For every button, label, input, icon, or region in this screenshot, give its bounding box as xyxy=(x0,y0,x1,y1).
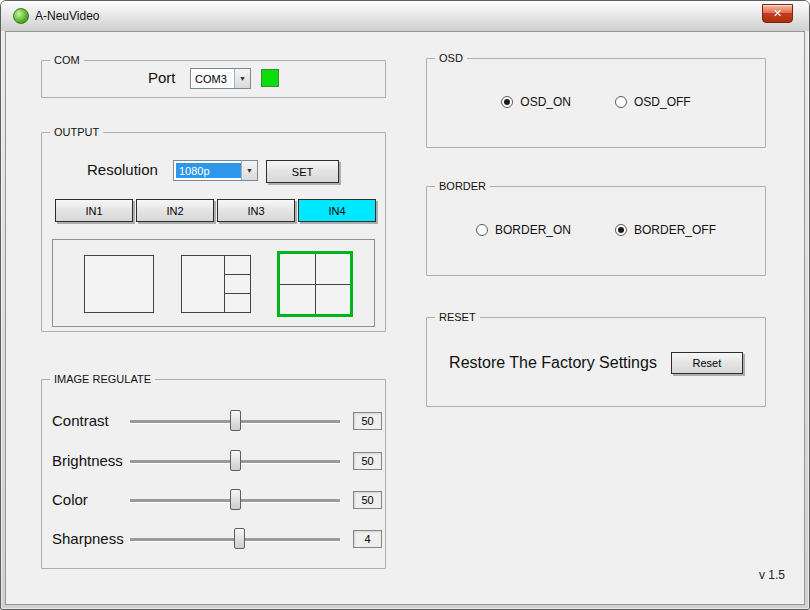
border-off-option[interactable]: BORDER_OFF xyxy=(615,223,716,237)
reset-group-label: RESET xyxy=(435,310,480,324)
com-group-label: COM xyxy=(50,53,84,67)
layout-single-preview[interactable] xyxy=(84,255,154,313)
border-group: BORDER BORDER_ON BORDER_OFF xyxy=(426,186,766,276)
chevron-down-icon[interactable]: ▼ xyxy=(234,69,250,88)
window-title: A-NeuVideo xyxy=(35,9,100,23)
resolution-label: Resolution xyxy=(87,161,158,178)
reset-row: Restore The Factory Settings Reset xyxy=(427,352,765,374)
quad-divider-line xyxy=(280,284,350,285)
sharpness-label: Sharpness xyxy=(52,530,124,547)
contrast-slider-thumb[interactable] xyxy=(230,410,241,431)
image-regulate-group-label: IMAGE REGULATE xyxy=(50,372,155,386)
com-group: COM Port COM3 ▼ xyxy=(41,60,386,98)
input-button-in3[interactable]: IN3 xyxy=(217,199,295,222)
com-status-indicator xyxy=(261,69,279,87)
pip-divider-line xyxy=(224,274,250,275)
pip-divider-line xyxy=(224,256,225,312)
port-label: Port xyxy=(148,69,176,86)
input-button-in1[interactable]: IN1 xyxy=(55,199,133,222)
reset-button[interactable]: Reset xyxy=(671,352,743,374)
radio-button-icon[interactable] xyxy=(615,96,627,108)
color-slider-thumb[interactable] xyxy=(230,489,241,510)
port-combobox[interactable]: COM3 ▼ xyxy=(190,68,251,89)
osd-group: OSD OSD_ON OSD_OFF xyxy=(426,58,766,148)
radio-button-icon[interactable] xyxy=(615,224,627,236)
layout-preview-panel xyxy=(52,239,375,327)
brightness-slider-thumb[interactable] xyxy=(230,450,241,471)
contrast-slider[interactable] xyxy=(130,420,340,423)
version-label: v 1.5 xyxy=(759,568,785,582)
osd-options-row: OSD_ON OSD_OFF xyxy=(427,95,765,109)
border-off-label: BORDER_OFF xyxy=(634,223,716,237)
output-group: OUTPUT Resolution 1080p ▼ SET IN1 IN2 IN… xyxy=(41,132,386,332)
client-area: COM Port COM3 ▼ OUTPUT Resolution 1080p … xyxy=(5,31,805,605)
close-icon: ✕ xyxy=(773,7,782,19)
title-bar[interactable]: A-NeuVideo ✕ xyxy=(1,1,809,31)
close-button[interactable]: ✕ xyxy=(762,4,793,23)
color-value: 50 xyxy=(353,491,382,509)
input-button-in4-active[interactable]: IN4 xyxy=(298,199,376,222)
color-slider[interactable] xyxy=(130,499,340,502)
osd-on-label: OSD_ON xyxy=(520,95,571,109)
resolution-combobox-value: 1080p xyxy=(176,163,241,178)
output-group-label: OUTPUT xyxy=(50,125,103,139)
sharpness-slider[interactable] xyxy=(130,538,340,541)
brightness-label: Brightness xyxy=(52,452,123,469)
border-options-row: BORDER_ON BORDER_OFF xyxy=(427,223,765,237)
reset-group: RESET Restore The Factory Settings Reset xyxy=(426,317,766,407)
set-button[interactable]: SET xyxy=(266,160,339,183)
brightness-slider[interactable] xyxy=(130,460,340,463)
app-logo-icon xyxy=(13,8,29,24)
input-button-in2[interactable]: IN2 xyxy=(136,199,214,222)
layout-pip-preview[interactable] xyxy=(181,255,251,313)
contrast-value: 50 xyxy=(353,412,382,430)
osd-group-label: OSD xyxy=(435,51,467,65)
brightness-value: 50 xyxy=(353,452,382,470)
chevron-down-icon[interactable]: ▼ xyxy=(241,161,257,180)
border-on-option[interactable]: BORDER_ON xyxy=(476,223,571,237)
port-combobox-value: COM3 xyxy=(191,69,234,88)
border-on-label: BORDER_ON xyxy=(495,223,571,237)
radio-button-icon[interactable] xyxy=(501,96,513,108)
contrast-label: Contrast xyxy=(52,412,109,429)
osd-off-option[interactable]: OSD_OFF xyxy=(615,95,691,109)
reset-description: Restore The Factory Settings xyxy=(449,354,657,372)
image-regulate-group: IMAGE REGULATE Contrast 50 Brightness 50… xyxy=(41,379,386,569)
app-window: A-NeuVideo ✕ COM Port COM3 ▼ OUTPUT Reso… xyxy=(0,0,810,610)
pip-divider-line xyxy=(224,293,250,294)
sharpness-value: 4 xyxy=(353,530,382,548)
osd-on-option[interactable]: OSD_ON xyxy=(501,95,571,109)
resolution-combobox[interactable]: 1080p ▼ xyxy=(173,160,258,181)
osd-off-label: OSD_OFF xyxy=(634,95,691,109)
border-group-label: BORDER xyxy=(435,179,490,193)
radio-button-icon[interactable] xyxy=(476,224,488,236)
sharpness-slider-thumb[interactable] xyxy=(234,528,245,549)
color-label: Color xyxy=(52,491,88,508)
layout-quad-preview-selected[interactable] xyxy=(277,251,353,317)
